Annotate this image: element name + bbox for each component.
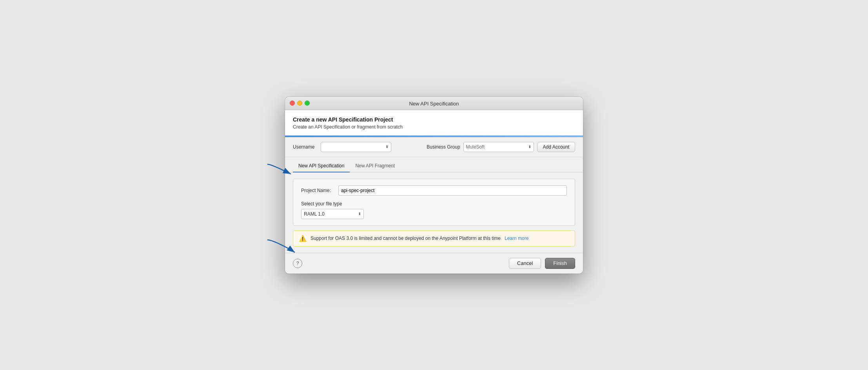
dialog-header: Create a new API Specification Project C… [285,110,583,136]
dialog-container: New API Specification Create a new API S… [285,97,583,274]
file-type-section: Select your file type RAML 1.0 ⬍ [301,201,567,219]
close-button[interactable] [290,101,295,106]
business-group-wrapper: Business Group MuleSoft ⬍ Add Account [427,142,575,152]
title-bar: New API Specification [285,97,583,110]
window-controls [290,101,310,106]
dialog-title: New API Specification [409,101,459,107]
form-panel: Project Name: Select your file type RAML… [293,179,575,226]
add-account-button[interactable]: Add Account [537,142,575,152]
project-name-input[interactable] [338,185,567,196]
project-name-label: Project Name: [301,188,338,193]
username-select-arrow-icon: ⬍ [385,145,389,149]
header-title: Create a new API Specification Project [293,116,575,123]
learn-more-link[interactable]: Learn more [505,236,528,241]
file-type-label: Select your file type [301,201,567,207]
header-subtitle: Create an API Specification or fragment … [293,124,575,130]
warning-text: Support for OAS 3.0 is limited and canno… [311,236,501,241]
minimize-button[interactable] [297,101,302,106]
tab-new-api-specification[interactable]: New API Specification [293,160,350,172]
username-select[interactable]: ⬍ [321,142,391,152]
dialog-footer: ? Cancel Finish [285,253,583,274]
username-label: Username [293,144,314,150]
cancel-button[interactable]: Cancel [509,258,541,269]
account-row: Username ⬍ Business Group MuleSoft ⬍ Add… [285,137,583,157]
project-name-row: Project Name: [301,185,567,196]
business-group-select-arrow-icon: ⬍ [528,145,531,149]
business-group-select[interactable]: MuleSoft ⬍ [463,142,534,152]
tabs-bar: New API Specification New API Fragment [285,157,583,172]
finish-button[interactable]: Finish [545,258,575,269]
help-button[interactable]: ? [293,259,302,268]
business-group-value: MuleSoft [466,144,527,150]
dialog-content: Project Name: Select your file type RAML… [285,172,583,253]
footer-right: Cancel Finish [509,258,575,269]
file-type-value: RAML 1.0 [304,211,356,217]
file-type-select[interactable]: RAML 1.0 ⬍ [301,209,364,219]
warning-notice: ⚠️ Support for OAS 3.0 is limited and ca… [293,230,575,247]
business-group-label: Business Group [427,144,460,150]
file-type-arrow-icon: ⬍ [358,212,361,216]
progress-bar-area [285,136,583,137]
warning-icon: ⚠️ [299,235,307,242]
progress-bar-fill [285,136,583,137]
tab-new-api-fragment[interactable]: New API Fragment [350,160,400,172]
footer-left: ? [293,259,302,268]
maximize-button[interactable] [305,101,310,106]
